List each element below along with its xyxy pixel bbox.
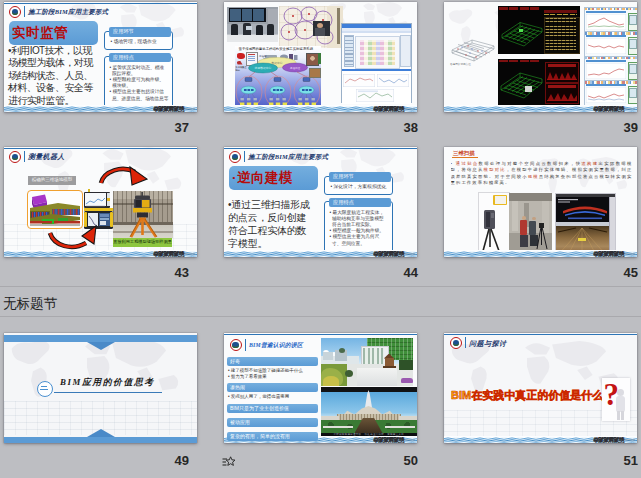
svg-text:数据中心: 数据中心 [271, 61, 282, 65]
svg-text:工程船: 工程船 [259, 55, 267, 58]
svg-text:远程监控: 远程监控 [289, 66, 300, 70]
svg-text:监测数据中心: 监测数据中心 [254, 66, 271, 70]
svg-text:名德网架监测点位: 名德网架监测点位 [449, 62, 471, 66]
